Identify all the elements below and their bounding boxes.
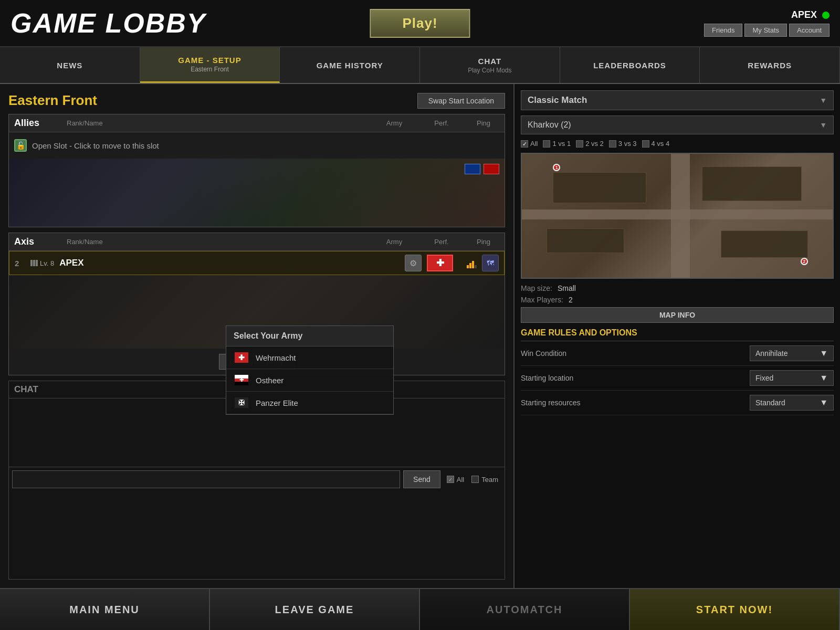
team-checkbox-icon [471, 476, 479, 483]
signal-icon [467, 258, 477, 268]
map-title-row: Eastern Front Swap Start Location [8, 92, 505, 109]
header-buttons: Friends My Stats Account [704, 24, 830, 37]
Ostheer-flag: ✚ [234, 374, 249, 386]
building-3 [702, 166, 801, 201]
online-indicator [822, 12, 830, 19]
starting-location-value: Fixed [755, 374, 773, 382]
filter-2v2-checkbox[interactable] [576, 140, 583, 148]
lock-icon: 🔓 [14, 139, 27, 152]
win-condition-arrow-icon: ▼ [820, 349, 828, 358]
leave-game-button[interactable]: LEAVE GAME [210, 589, 420, 630]
player-rank: Lv. 8 [30, 259, 54, 267]
max-players-label: Max Players: [521, 296, 563, 304]
allies-col-perf: Perf. [426, 119, 457, 127]
map-preview: 1 2 [521, 153, 834, 279]
PanzerElite-name: Panzer Elite [256, 398, 298, 407]
Ostheer-flag-svg: ✚ [235, 375, 248, 385]
left-panel: Eastern Front Swap Start Location Allies… [0, 84, 514, 588]
starting-resources-arrow-icon: ▼ [820, 398, 828, 407]
chat-input[interactable] [12, 470, 400, 488]
play-button[interactable]: Play! [370, 9, 470, 38]
tab-chat-sub: Play CoH Mods [468, 67, 511, 74]
filter-3v3-label: 3 vs 3 [618, 140, 637, 148]
starting-resources-dropdown[interactable]: Standard ▼ [750, 395, 834, 411]
match-dropdown-arrow-icon: ▼ [820, 96, 827, 104]
filter-3v3[interactable]: 3 vs 3 [609, 140, 637, 148]
main-content: Eastern Front Swap Start Location Allies… [0, 84, 840, 588]
filter-1v1-label: 1 vs 1 [552, 140, 571, 148]
filter-2v2[interactable]: 2 vs 2 [576, 140, 604, 148]
username: APEX [791, 9, 817, 20]
filter-1v1[interactable]: 1 vs 1 [543, 140, 571, 148]
Ostheer-name: Ostheer [256, 376, 284, 385]
army-icon-button[interactable]: ✚ [427, 255, 453, 271]
map-dropdown[interactable]: Kharkov (2) ▼ [521, 116, 834, 134]
svg-text:✚: ✚ [239, 377, 244, 383]
axis-col-army: Army [373, 238, 415, 246]
filter-4v4[interactable]: 4 vs 4 [642, 140, 670, 148]
tab-chat-label: CHAT [478, 57, 502, 66]
tab-game-history[interactable]: GAME HISTORY [280, 47, 420, 83]
main-menu-label: MAIN MENU [69, 604, 140, 616]
tab-leaderboards-label: LEADERBOARDS [593, 61, 666, 70]
filter-team[interactable]: Team [471, 476, 498, 484]
win-condition-dropdown[interactable]: Annihilate ▼ [750, 345, 834, 361]
map-title: Eastern Front [8, 92, 97, 109]
max-players-value: 2 [569, 296, 573, 304]
starting-location-dropdown[interactable]: Fixed ▼ [750, 370, 834, 386]
map-visual: 1 2 [522, 154, 833, 278]
starting-resources-label: Starting resources [521, 398, 581, 407]
account-button[interactable]: Account [789, 24, 830, 37]
open-slot-text[interactable]: Open Slot - Click to move to this slot [32, 141, 159, 150]
tab-rewards[interactable]: REWARDS [700, 47, 840, 83]
axis-col-ping: Ping [468, 238, 499, 246]
nav-tabs: NEWS GAME - SETUP Eastern Front GAME HIS… [0, 47, 840, 84]
map-marker-1: 1 [553, 164, 560, 171]
match-type-dropdown[interactable]: Classic Match ▼ [521, 90, 834, 110]
tab-rewards-label: REWARDS [748, 61, 792, 70]
filter-all[interactable]: ✓ All [447, 476, 464, 484]
start-now-label: START NOW! [696, 604, 773, 616]
army-option-PanzerElite[interactable]: ✠ Panzer Elite [226, 392, 393, 414]
map-info-button[interactable]: MAP INFO [521, 307, 834, 323]
filter-3v3-checkbox[interactable] [609, 140, 616, 148]
filter-2v2-label: 2 vs 2 [585, 140, 604, 148]
army-dropdown-title: Select Your Army [226, 326, 393, 346]
send-button[interactable]: Send [403, 470, 440, 488]
filter-all[interactable]: All [521, 140, 538, 148]
main-menu-button[interactable]: MAIN MENU [0, 589, 210, 630]
filter-1v1-checkbox[interactable] [543, 140, 550, 148]
map-icon-button[interactable]: 🗺 [482, 255, 499, 271]
tab-leaderboards[interactable]: LEADERBOARDS [560, 47, 700, 83]
chat-input-row: Send ✓ All Team [9, 467, 505, 491]
allies-col-army: Army [373, 119, 415, 127]
axis-section: Axis Rank/Name Army Perf. Ping 2 Lv. 8 A… [8, 233, 505, 375]
PanzerElite-flag: ✠ [234, 397, 249, 408]
max-players-row: Max Players: 2 [521, 296, 834, 304]
automatch-button[interactable]: AUTOMATCH [420, 589, 630, 630]
map-marker-2: 2 [801, 258, 808, 265]
swap-start-location-button[interactable]: Swap Start Location [417, 93, 505, 109]
gear-icon-button[interactable]: ⚙ [405, 255, 422, 271]
right-panel: Classic Match ▼ Kharkov (2) ▼ All 1 vs 1… [514, 84, 840, 588]
win-condition-row: Win Condition Annihilate ▼ [521, 341, 834, 366]
tab-game-setup[interactable]: GAME - SETUP Eastern Front [140, 47, 280, 83]
header-right: APEX Friends My Stats Account [704, 9, 830, 37]
rank-bar-2 [33, 260, 35, 266]
starting-resources-value: Standard [755, 398, 785, 407]
allies-open-slot[interactable]: 🔓 Open Slot - Click to move to this slot [9, 132, 505, 159]
tab-news[interactable]: NEWS [0, 47, 140, 83]
start-now-button[interactable]: START NOW! [630, 589, 840, 630]
app-title: GAME LOBBY [10, 7, 206, 39]
map-size-value: Small [558, 284, 576, 292]
my-stats-button[interactable]: My Stats [744, 24, 787, 37]
tab-chat[interactable]: CHAT Play CoH Mods [420, 47, 560, 83]
tab-game-setup-sub: Eastern Front [191, 66, 229, 73]
Wehrmacht-flag: ✚ [234, 352, 249, 363]
army-option-Wehrmacht[interactable]: ✚ Wehrmacht [226, 346, 393, 369]
filter-4v4-checkbox[interactable] [642, 140, 649, 148]
friends-button[interactable]: Friends [704, 24, 742, 37]
army-option-Ostheer[interactable]: ✚ Ostheer [226, 369, 393, 392]
allies-soldiers-bg [207, 159, 505, 227]
filter-all-checkbox[interactable] [521, 140, 528, 148]
